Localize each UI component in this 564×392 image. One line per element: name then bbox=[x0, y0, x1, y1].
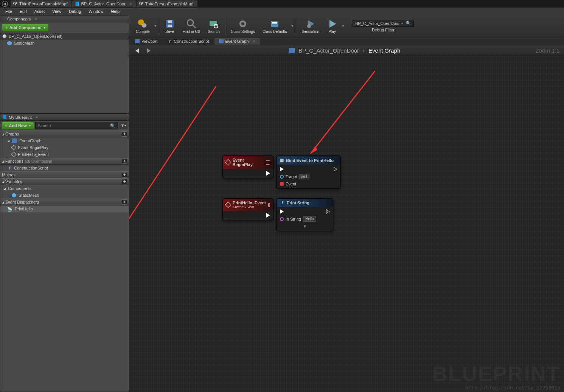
constructionscript-item[interactable]: fConstructionScript bbox=[0, 165, 129, 171]
category-functions[interactable]: ◢Functions(20 Overridable)+ bbox=[0, 158, 129, 165]
menu-help[interactable]: Help bbox=[107, 8, 123, 14]
category-variables[interactable]: ◢Variables+ bbox=[0, 178, 129, 185]
dispatcher-icon: 📡 bbox=[7, 207, 12, 211]
variable-staticmesh[interactable]: StaticMesh bbox=[0, 192, 129, 199]
search-icon[interactable]: 🔍 bbox=[406, 21, 411, 26]
menu-window[interactable]: Window bbox=[85, 8, 107, 14]
add-variable-button[interactable]: + bbox=[122, 179, 127, 184]
event-printhello-item[interactable]: PrintHello_Event bbox=[0, 151, 129, 158]
eventgraph-item[interactable]: ◢EventGraph bbox=[0, 137, 129, 144]
tab-map2[interactable]: 🗺ThirdPersonExampleMap* bbox=[137, 0, 197, 7]
search-button[interactable]: Search bbox=[204, 16, 224, 36]
components-header[interactable]: Components × bbox=[0, 16, 129, 22]
class-defaults-button[interactable]: Class Defaults bbox=[259, 16, 291, 36]
defaults-dropdown[interactable]: ▾ bbox=[291, 23, 294, 28]
category-graphs[interactable]: ◢Graphs+ bbox=[0, 131, 129, 137]
svg-point-11 bbox=[241, 22, 244, 25]
level-icon: 🗺 bbox=[13, 2, 17, 6]
svg-point-6 bbox=[187, 20, 193, 26]
tab-construction[interactable]: fConstruction Script bbox=[163, 38, 214, 45]
breadcrumb-graph[interactable]: Event Graph bbox=[368, 47, 400, 54]
function-icon: f bbox=[168, 39, 172, 44]
gear-icon bbox=[238, 19, 248, 29]
category-macros[interactable]: Macros+ bbox=[0, 171, 129, 178]
category-dispatchers[interactable]: ◢Event Dispatchers+ bbox=[0, 199, 129, 205]
svg-point-16 bbox=[307, 24, 311, 28]
view-options-button[interactable]: 👁▾ bbox=[119, 122, 127, 129]
menu-edit[interactable]: Edit bbox=[16, 8, 31, 14]
component-root[interactable]: BP_C_Actor_OpenDoor(self) bbox=[0, 33, 129, 40]
event-graph-canvas[interactable]: Event BeginPlay ▦Bind Event to PrintHell… bbox=[129, 56, 564, 392]
exec-out-pin[interactable] bbox=[326, 209, 330, 214]
graph-icon bbox=[289, 48, 295, 53]
node-bind-event[interactable]: ▦Bind Event to PrintHello Targetself Eve… bbox=[277, 156, 341, 189]
node-custom-event[interactable]: PrintHello_EventCustom Event bbox=[222, 198, 273, 220]
add-dispatcher-button[interactable]: + bbox=[122, 199, 127, 205]
delegate-pin[interactable] bbox=[266, 160, 270, 165]
node-event-beginplay[interactable]: Event BeginPlay bbox=[222, 156, 273, 178]
menu-asset[interactable]: Asset bbox=[31, 8, 49, 14]
target-pin[interactable]: Targetself bbox=[280, 174, 309, 179]
tab-viewport[interactable]: Viewport bbox=[131, 38, 162, 45]
class-settings-button[interactable]: Class Settings bbox=[227, 16, 259, 36]
actor-icon bbox=[3, 34, 6, 38]
viewport-icon bbox=[135, 39, 140, 43]
tab-map1[interactable]: 🗺ThirdPersonExampleMap* bbox=[11, 0, 71, 7]
add-component-button[interactable]: +Add Component▾ bbox=[2, 24, 49, 31]
expand-icon[interactable]: ▼ bbox=[303, 224, 307, 229]
close-icon[interactable]: × bbox=[253, 39, 255, 44]
function-icon: f bbox=[7, 166, 12, 170]
tab-bp-actor[interactable]: 📘BP_C_Actor_OpenDoor× bbox=[72, 0, 135, 7]
close-icon[interactable]: × bbox=[130, 2, 132, 6]
add-new-button[interactable]: +Add New▾ bbox=[2, 122, 34, 129]
node-print-string[interactable]: fPrint String In StringHello ▼ bbox=[277, 198, 333, 231]
event-pin[interactable]: Event bbox=[280, 182, 296, 186]
compile-dropdown[interactable]: ▾ bbox=[154, 23, 157, 28]
event-beginplay-item[interactable]: Event BeginPlay bbox=[0, 144, 129, 151]
menu-view[interactable]: View bbox=[48, 8, 65, 14]
toolbar: Compile ▾ Save Find in CB Search Class S… bbox=[129, 15, 564, 37]
exec-out-pin[interactable] bbox=[266, 171, 270, 176]
play-button[interactable]: Play bbox=[323, 16, 341, 36]
simulation-icon bbox=[305, 19, 316, 29]
svg-marker-19 bbox=[147, 48, 151, 53]
svg-marker-17 bbox=[329, 20, 336, 28]
play-dropdown[interactable]: ▾ bbox=[341, 23, 345, 28]
simulation-button[interactable]: Simulation bbox=[298, 16, 323, 36]
tab-eventgraph[interactable]: Event Graph× bbox=[214, 38, 260, 45]
component-staticmesh[interactable]: StaticMesh bbox=[0, 40, 129, 47]
save-button[interactable]: Save bbox=[161, 16, 179, 36]
grip-icon bbox=[2, 17, 6, 21]
subcategory-components[interactable]: ◢Components bbox=[0, 185, 129, 192]
instring-pin[interactable]: In StringHello bbox=[280, 216, 316, 222]
nav-forward[interactable] bbox=[145, 47, 152, 54]
dispatcher-printhello[interactable]: 📡PrintHello bbox=[0, 205, 129, 212]
blueprint-icon: 📘 bbox=[75, 2, 79, 6]
debug-filter-select[interactable]: BP_C_Actor_OpenDoor▾🔍 bbox=[353, 20, 413, 27]
components-panel: Components × +Add Component▾ BP_C_Actor_… bbox=[0, 15, 129, 114]
menu-file[interactable]: File bbox=[2, 8, 16, 14]
bind-icon: ▦ bbox=[280, 158, 284, 163]
add-function-button[interactable]: + bbox=[122, 159, 127, 164]
exec-out-pin[interactable] bbox=[266, 213, 270, 218]
close-icon[interactable]: × bbox=[34, 17, 37, 21]
svg-rect-5 bbox=[168, 25, 172, 27]
exec-out-pin[interactable] bbox=[334, 167, 337, 171]
delegate-pin[interactable] bbox=[268, 203, 270, 207]
breadcrumb-asset[interactable]: BP_C_Actor_OpenDoor bbox=[298, 47, 359, 54]
staticmesh-icon bbox=[12, 193, 16, 198]
close-icon[interactable]: × bbox=[36, 115, 38, 120]
menu-debug[interactable]: Debug bbox=[65, 8, 85, 14]
my-blueprint-header[interactable]: 📘 My Blueprint × bbox=[0, 114, 129, 121]
add-macro-button[interactable]: + bbox=[122, 172, 127, 177]
compile-button[interactable]: Compile bbox=[132, 16, 154, 36]
nav-back[interactable] bbox=[134, 47, 141, 54]
add-graph-button[interactable]: + bbox=[122, 131, 127, 137]
search-input[interactable]: Search🔍 bbox=[35, 122, 118, 129]
event-icon bbox=[225, 159, 231, 166]
exec-in-pin[interactable] bbox=[280, 209, 284, 214]
exec-in-pin[interactable] bbox=[280, 167, 284, 171]
event-icon bbox=[11, 145, 16, 150]
find-button[interactable]: Find in CB bbox=[179, 16, 204, 36]
svg-line-20 bbox=[311, 71, 375, 154]
